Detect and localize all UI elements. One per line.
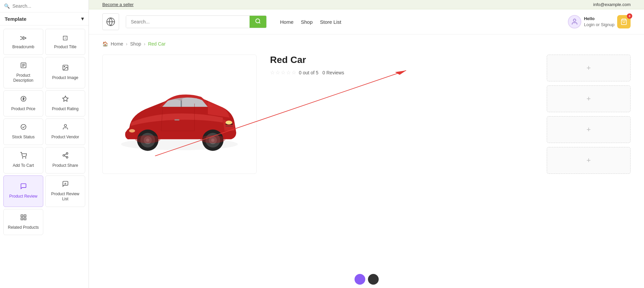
breadcrumb-current: Red Car bbox=[148, 41, 165, 47]
sidebar-item-product-share[interactable]: Product Share bbox=[45, 147, 85, 173]
svg-rect-19 bbox=[21, 215, 23, 217]
nav-store-list[interactable]: Store List bbox=[320, 19, 341, 25]
sidebar-item-label: Product Review bbox=[9, 194, 37, 199]
svg-rect-21 bbox=[21, 218, 23, 220]
breadcrumb-sep-1: › bbox=[126, 41, 127, 47]
svg-point-8 bbox=[21, 125, 26, 130]
sidebar-item-label: Product Description bbox=[6, 73, 40, 83]
svg-point-44 bbox=[135, 135, 161, 143]
stock-status-icon bbox=[20, 124, 27, 132]
bottom-dots bbox=[355, 274, 379, 285]
svg-point-10 bbox=[22, 158, 23, 158]
sidebar-item-product-vendor[interactable]: Product Vendor bbox=[45, 119, 85, 145]
home-icon: 🏠 bbox=[102, 41, 108, 47]
breadcrumb-shop[interactable]: Shop bbox=[130, 41, 141, 47]
navbar-search-input[interactable] bbox=[126, 16, 250, 28]
svg-line-26 bbox=[259, 22, 260, 23]
navbar-search-bar[interactable] bbox=[126, 15, 267, 28]
sidebar-item-related-products[interactable]: Related Products bbox=[3, 209, 43, 235]
product-vendor-icon bbox=[62, 124, 69, 132]
logo-icon bbox=[102, 13, 119, 30]
nav-links: Home Shop Store List bbox=[280, 19, 341, 25]
become-seller-link[interactable]: Become a seller bbox=[102, 2, 133, 7]
product-title-icon: ⊡ bbox=[62, 34, 68, 42]
svg-rect-22 bbox=[24, 218, 26, 220]
breadcrumb-icon: ≫ bbox=[20, 34, 27, 42]
svg-line-15 bbox=[64, 156, 66, 157]
add-to-cart-icon bbox=[20, 152, 27, 160]
sidebar-item-breadcrumb[interactable]: ≫ Breadcrumb bbox=[3, 29, 43, 55]
dot-1[interactable] bbox=[355, 274, 365, 285]
svg-point-14 bbox=[66, 156, 68, 158]
dot-2[interactable] bbox=[368, 274, 379, 285]
topbar-email: info@example.com bbox=[593, 2, 631, 7]
svg-line-16 bbox=[64, 154, 66, 155]
product-rating-icon bbox=[62, 95, 69, 104]
stars: ☆ ☆ ☆ ☆ ☆ bbox=[270, 69, 296, 76]
user-action[interactable]: Login or Signup bbox=[584, 22, 614, 28]
breadcrumb-sep-2: › bbox=[144, 41, 146, 47]
sidebar-item-label: Product Rating bbox=[52, 106, 78, 112]
sidebar-item-add-to-cart[interactable]: Add To Cart bbox=[3, 147, 43, 173]
product-info: Red Car ☆ ☆ ☆ ☆ ☆ 0 out of 5 0 Reviews bbox=[270, 55, 533, 174]
sidebar-item-label: Stock Status bbox=[12, 135, 35, 140]
rating-text: 0 out of 5 bbox=[299, 70, 318, 75]
sidebar-item-product-price[interactable]: Product Price bbox=[3, 90, 43, 117]
svg-point-13 bbox=[63, 154, 64, 156]
star-2: ☆ bbox=[275, 69, 280, 76]
nav-home[interactable]: Home bbox=[280, 19, 293, 25]
svg-rect-45 bbox=[174, 119, 179, 121]
right-column: + + + + bbox=[547, 55, 631, 174]
page-content: 🏠 Home › Shop › Red Car bbox=[89, 34, 644, 288]
user-greeting: Hello bbox=[584, 16, 614, 22]
placeholder-1[interactable]: + bbox=[547, 55, 631, 81]
user-text: Hello Login or Signup bbox=[584, 16, 614, 28]
placeholder-4[interactable]: + bbox=[547, 147, 631, 174]
product-image-icon bbox=[62, 64, 69, 73]
nav-shop[interactable]: Shop bbox=[301, 19, 313, 25]
topbar: Become a seller info@example.com bbox=[89, 0, 644, 9]
star-1: ☆ bbox=[270, 69, 275, 76]
product-review-icon bbox=[20, 183, 27, 191]
svg-point-34 bbox=[129, 129, 135, 133]
star-5: ☆ bbox=[291, 69, 296, 76]
svg-marker-7 bbox=[62, 96, 68, 101]
sidebar-item-product-title[interactable]: ⊡ Product Title bbox=[45, 29, 85, 55]
svg-point-27 bbox=[573, 19, 576, 21]
placeholder-3[interactable]: + bbox=[547, 116, 631, 143]
sidebar-item-label: Add To Cart bbox=[13, 163, 34, 168]
sidebar-item-product-rating[interactable]: Product Rating bbox=[45, 90, 85, 117]
sidebar-search-bar[interactable]: 🔍 bbox=[0, 0, 89, 12]
cart-button[interactable]: 0 bbox=[617, 15, 631, 28]
svg-point-25 bbox=[256, 19, 260, 23]
cart-badge: 0 bbox=[627, 13, 632, 19]
main-content: Become a seller info@example.com Home Sh… bbox=[89, 0, 644, 288]
svg-point-11 bbox=[25, 158, 26, 158]
sidebar-items-grid: ≫ Breadcrumb ⊡ Product Title Product Des… bbox=[0, 25, 89, 238]
product-review-list-icon bbox=[62, 181, 69, 189]
sidebar-item-label: Product Image bbox=[52, 75, 78, 81]
sidebar-item-stock-status[interactable]: Stock Status bbox=[3, 119, 43, 145]
breadcrumb-home[interactable]: Home bbox=[111, 41, 123, 47]
navbar-search-button[interactable] bbox=[250, 16, 266, 28]
product-car-image bbox=[109, 67, 250, 161]
logo-area bbox=[102, 13, 119, 30]
product-price-icon bbox=[20, 95, 27, 104]
sidebar-item-label: Breadcrumb bbox=[12, 45, 34, 50]
sidebar-item-product-review-list[interactable]: Product Review List bbox=[45, 175, 85, 207]
sidebar-search-input[interactable] bbox=[12, 3, 85, 9]
sidebar-item-product-description[interactable]: Product Description bbox=[3, 57, 43, 88]
product-area: Red Car ☆ ☆ ☆ ☆ ☆ 0 out of 5 0 Reviews bbox=[102, 55, 631, 174]
sidebar-item-label: Product Vendor bbox=[51, 135, 79, 140]
placeholder-2[interactable]: + bbox=[547, 85, 631, 112]
related-products-icon bbox=[20, 214, 27, 222]
star-3: ☆ bbox=[281, 69, 285, 76]
sidebar-item-product-image[interactable]: Product Image bbox=[45, 57, 85, 88]
product-description-icon bbox=[20, 62, 27, 70]
breadcrumb: 🏠 Home › Shop › Red Car bbox=[102, 41, 631, 47]
svg-point-33 bbox=[225, 121, 232, 125]
sidebar-item-label: Product Review List bbox=[48, 192, 82, 202]
sidebar-item-product-review[interactable]: Product Review bbox=[3, 175, 43, 207]
star-4: ☆ bbox=[286, 69, 291, 76]
sidebar: 🔍 Template ▾ ≫ Breadcrumb ⊡ Product Titl… bbox=[0, 0, 89, 288]
